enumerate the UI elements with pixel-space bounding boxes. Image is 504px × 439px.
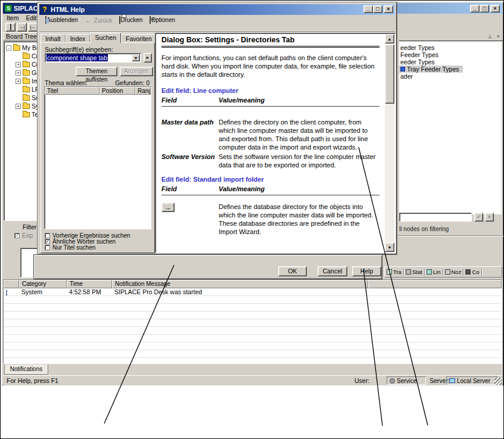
tab-tra[interactable]: Tra xyxy=(385,269,403,275)
filter-expand-checkbox-row[interactable]: ✓ Exp xyxy=(14,232,33,239)
help-button[interactable]: Help xyxy=(352,266,381,276)
pane-close-icon[interactable]: × xyxy=(495,33,502,40)
tab-inhalt[interactable]: Inhalt xyxy=(41,34,66,43)
list-item[interactable]: Tray Feeder Types xyxy=(399,66,463,73)
tab-stat[interactable]: Stat xyxy=(404,269,424,275)
list-topics-button[interactable]: Themen auflisten xyxy=(76,67,117,76)
checkbox[interactable]: ✓ xyxy=(45,239,50,244)
similar-words-checkbox-row[interactable]: ✓ Ähnliche Wörter suchen xyxy=(45,238,130,244)
tab-label: Stat xyxy=(412,269,422,275)
info-icon: i xyxy=(6,290,7,295)
results-column-titel[interactable]: Titel xyxy=(45,87,99,95)
column-header xyxy=(368,280,502,288)
feeder-types-list[interactable]: eeder TypesFeeder Typeseeder TypesTray F… xyxy=(399,42,502,214)
display-button[interactable]: Anzeigen xyxy=(120,67,153,76)
list-item[interactable]: eeder Types xyxy=(399,58,502,66)
search-combobox-value: component shape tab xyxy=(46,54,108,61)
menu-item[interactable]: Edit xyxy=(26,14,36,21)
content-scrollbar[interactable]: ▲ ▼ xyxy=(385,34,394,252)
cancel-button[interactable]: Cancel xyxy=(318,266,347,276)
results-column-rang[interactable]: Rang xyxy=(135,87,151,95)
scrollbar-thumb[interactable] xyxy=(385,44,394,104)
notification-time: 4:52:58 PM xyxy=(67,288,112,295)
column-header-message[interactable]: Notification Message xyxy=(112,280,368,288)
filter-input[interactable] xyxy=(399,213,472,222)
tab-notifications[interactable]: Notifications xyxy=(4,365,48,375)
rule xyxy=(161,195,379,195)
expand-icon[interactable]: + xyxy=(15,70,21,76)
expand-icon[interactable]: + xyxy=(15,104,21,109)
notifications-tabrow: Notifications xyxy=(3,364,502,375)
choose-topic-label: Thema wählen: xyxy=(45,79,88,86)
help-maximize-button[interactable]: □ xyxy=(373,5,382,13)
main-close-button[interactable]: × xyxy=(490,5,500,13)
folder-icon xyxy=(23,70,30,76)
folder-icon xyxy=(23,104,30,109)
list-item[interactable]: Feeder Types xyxy=(399,51,502,58)
pin-icon[interactable]: ⊥ xyxy=(487,33,493,40)
list-item[interactable]: ader xyxy=(399,73,502,80)
help-close-button[interactable]: × xyxy=(384,5,393,13)
ok-button[interactable]: OK xyxy=(278,266,307,276)
tab-lin[interactable]: Lin xyxy=(425,269,443,275)
expand-icon[interactable]: + xyxy=(15,62,21,67)
titles-only-checkbox-row[interactable]: Nur Titel suchen xyxy=(45,244,130,250)
main-toolbar: →| |← xyxy=(3,22,38,32)
tab-index[interactable]: Index xyxy=(66,34,91,43)
status-service: Service xyxy=(387,376,426,385)
help-title-bar[interactable]: ? HTML Help xyxy=(39,4,395,15)
list-item-label: Tray Feeder Types xyxy=(407,66,459,73)
tab-noz[interactable]: Noz xyxy=(443,269,463,275)
search-input-label: Suchbegriff(e) eingeben: xyxy=(45,46,113,53)
resize-grip[interactable] xyxy=(494,378,502,385)
notifications-header: Category Time Notification Message xyxy=(4,280,502,288)
import-folder-arrow-button[interactable]: → xyxy=(161,203,175,212)
scroll-down-icon[interactable]: ▼ xyxy=(385,242,394,252)
help-minimize-button[interactable]: _ xyxy=(363,5,373,13)
results-column-position[interactable]: Position xyxy=(99,87,135,95)
snap-left-button[interactable]: |← xyxy=(28,23,38,32)
column-header-category[interactable]: Category xyxy=(19,280,67,288)
column-header[interactable] xyxy=(4,280,19,288)
scroll-up-icon[interactable]: ▲ xyxy=(385,34,394,43)
options-button-label: Optionen xyxy=(151,17,175,23)
back-button[interactable]: ← Zurück xyxy=(82,16,116,24)
print-button[interactable]: Drucken xyxy=(116,16,146,23)
filter-apply-button[interactable]: ✓ xyxy=(474,213,483,222)
folder-icon xyxy=(23,54,30,59)
notification-row[interactable]: i System 4:52:58 PM SIPLACE Pro Desk was… xyxy=(4,288,502,296)
tab-favoriten[interactable]: Favoriten xyxy=(121,34,157,43)
new-document-button[interactable] xyxy=(5,23,15,32)
folder-icon xyxy=(13,45,20,51)
help-search-pane: Suchbegriff(e) eingeben: component shape… xyxy=(41,42,155,253)
search-combobox[interactable]: component shape tab ▼ xyxy=(45,53,141,63)
snap-right-button[interactable]: →| xyxy=(17,23,27,32)
search-results-list[interactable]: Titel Position Rang xyxy=(44,86,151,229)
filter-clear-button[interactable]: × xyxy=(485,213,494,222)
main-minimize-button[interactable]: _ xyxy=(470,5,480,13)
main-restore-button[interactable]: □ xyxy=(480,5,489,13)
list-item[interactable]: eeder Types xyxy=(399,44,502,51)
printer-icon xyxy=(119,17,120,23)
menu-item[interactable]: Item xyxy=(7,14,18,21)
checkbox[interactable] xyxy=(45,245,50,250)
notification-icon-cell: i xyxy=(4,288,19,296)
status-user-label: User: xyxy=(354,377,369,384)
new-document-icon xyxy=(10,24,11,30)
checkbox[interactable]: ✓ xyxy=(14,233,20,238)
chevron-down-icon[interactable]: ▼ xyxy=(132,54,140,61)
hide-button[interactable]: Ausblenden xyxy=(42,16,82,23)
checkbox[interactable] xyxy=(45,233,50,238)
results-header: Titel Position Rang xyxy=(45,87,151,95)
search-options: Vorherige Ergebnisse suchen ✓ Ähnliche W… xyxy=(45,232,130,250)
tab-suchen[interactable]: Suchen xyxy=(90,33,121,43)
boolean-operator-button[interactable]: ► xyxy=(144,53,152,63)
tab-co[interactable]: Co xyxy=(463,269,481,275)
options-button[interactable]: Optionen xyxy=(146,16,179,23)
expand-icon[interactable]: + xyxy=(15,79,21,84)
previous-results-checkbox-row[interactable]: Vorherige Ergebnisse suchen xyxy=(45,232,130,238)
html-help-window: ? HTML Help _ □ × Ausblenden ← Zurück Dr… xyxy=(38,2,397,254)
collapse-icon[interactable]: - xyxy=(6,45,11,51)
column-header-time[interactable]: Time xyxy=(67,280,112,288)
help-topic: Dialog Box: Settings - Directories Tab F… xyxy=(161,36,379,251)
